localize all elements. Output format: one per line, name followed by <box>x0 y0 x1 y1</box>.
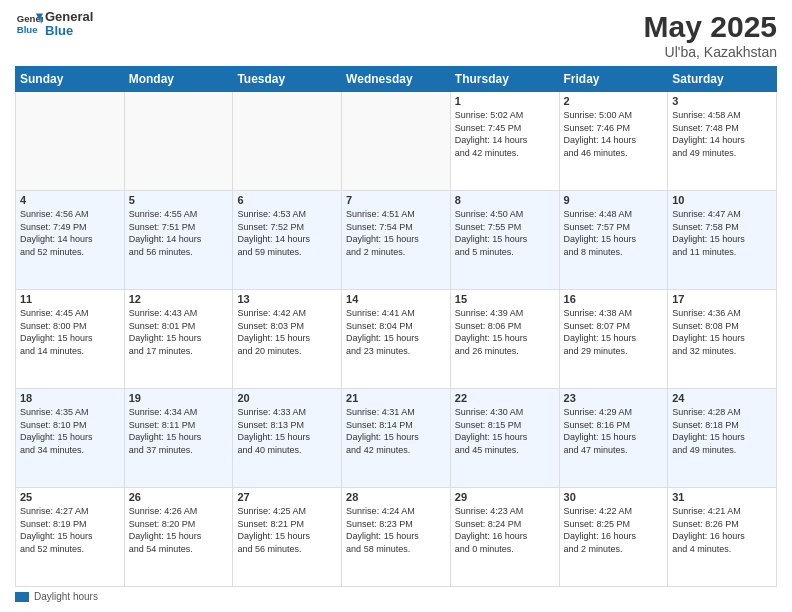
table-row: 5Sunrise: 4:55 AM Sunset: 7:51 PM Daylig… <box>124 191 233 290</box>
col-saturday: Saturday <box>668 67 777 92</box>
calendar-week-row: 18Sunrise: 4:35 AM Sunset: 8:10 PM Dayli… <box>16 389 777 488</box>
day-number: 31 <box>672 491 772 503</box>
day-info: Sunrise: 4:47 AM Sunset: 7:58 PM Dayligh… <box>672 208 772 258</box>
day-info: Sunrise: 4:33 AM Sunset: 8:13 PM Dayligh… <box>237 406 337 456</box>
table-row: 28Sunrise: 4:24 AM Sunset: 8:23 PM Dayli… <box>342 488 451 587</box>
day-number: 13 <box>237 293 337 305</box>
svg-text:Blue: Blue <box>17 24 38 35</box>
logo-general: General <box>45 10 93 24</box>
calendar-table: Sunday Monday Tuesday Wednesday Thursday… <box>15 66 777 587</box>
table-row <box>16 92 125 191</box>
col-friday: Friday <box>559 67 668 92</box>
day-info: Sunrise: 5:02 AM Sunset: 7:45 PM Dayligh… <box>455 109 555 159</box>
table-row <box>124 92 233 191</box>
table-row: 22Sunrise: 4:30 AM Sunset: 8:15 PM Dayli… <box>450 389 559 488</box>
day-info: Sunrise: 4:48 AM Sunset: 7:57 PM Dayligh… <box>564 208 664 258</box>
table-row: 10Sunrise: 4:47 AM Sunset: 7:58 PM Dayli… <box>668 191 777 290</box>
table-row: 31Sunrise: 4:21 AM Sunset: 8:26 PM Dayli… <box>668 488 777 587</box>
day-info: Sunrise: 4:28 AM Sunset: 8:18 PM Dayligh… <box>672 406 772 456</box>
table-row: 30Sunrise: 4:22 AM Sunset: 8:25 PM Dayli… <box>559 488 668 587</box>
table-row: 20Sunrise: 4:33 AM Sunset: 8:13 PM Dayli… <box>233 389 342 488</box>
day-number: 10 <box>672 194 772 206</box>
day-info: Sunrise: 4:41 AM Sunset: 8:04 PM Dayligh… <box>346 307 446 357</box>
calendar-week-row: 25Sunrise: 4:27 AM Sunset: 8:19 PM Dayli… <box>16 488 777 587</box>
day-info: Sunrise: 4:35 AM Sunset: 8:10 PM Dayligh… <box>20 406 120 456</box>
day-number: 20 <box>237 392 337 404</box>
table-row <box>342 92 451 191</box>
day-number: 24 <box>672 392 772 404</box>
day-info: Sunrise: 4:24 AM Sunset: 8:23 PM Dayligh… <box>346 505 446 555</box>
title-block: May 2025 Ul'ba, Kazakhstan <box>644 10 777 60</box>
day-number: 15 <box>455 293 555 305</box>
day-info: Sunrise: 4:45 AM Sunset: 8:00 PM Dayligh… <box>20 307 120 357</box>
col-sunday: Sunday <box>16 67 125 92</box>
day-info: Sunrise: 4:42 AM Sunset: 8:03 PM Dayligh… <box>237 307 337 357</box>
col-thursday: Thursday <box>450 67 559 92</box>
calendar-week-row: 4Sunrise: 4:56 AM Sunset: 7:49 PM Daylig… <box>16 191 777 290</box>
day-number: 18 <box>20 392 120 404</box>
table-row: 1Sunrise: 5:02 AM Sunset: 7:45 PM Daylig… <box>450 92 559 191</box>
day-number: 8 <box>455 194 555 206</box>
table-row: 27Sunrise: 4:25 AM Sunset: 8:21 PM Dayli… <box>233 488 342 587</box>
table-row: 12Sunrise: 4:43 AM Sunset: 8:01 PM Dayli… <box>124 290 233 389</box>
day-number: 29 <box>455 491 555 503</box>
table-row: 2Sunrise: 5:00 AM Sunset: 7:46 PM Daylig… <box>559 92 668 191</box>
table-row: 11Sunrise: 4:45 AM Sunset: 8:00 PM Dayli… <box>16 290 125 389</box>
footer: Daylight hours <box>15 591 777 602</box>
table-row: 16Sunrise: 4:38 AM Sunset: 8:07 PM Dayli… <box>559 290 668 389</box>
day-number: 6 <box>237 194 337 206</box>
day-info: Sunrise: 4:27 AM Sunset: 8:19 PM Dayligh… <box>20 505 120 555</box>
table-row: 25Sunrise: 4:27 AM Sunset: 8:19 PM Dayli… <box>16 488 125 587</box>
table-row: 26Sunrise: 4:26 AM Sunset: 8:20 PM Dayli… <box>124 488 233 587</box>
day-info: Sunrise: 4:50 AM Sunset: 7:55 PM Dayligh… <box>455 208 555 258</box>
day-number: 19 <box>129 392 229 404</box>
day-number: 4 <box>20 194 120 206</box>
logo-icon: General Blue <box>15 10 43 38</box>
table-row: 19Sunrise: 4:34 AM Sunset: 8:11 PM Dayli… <box>124 389 233 488</box>
day-info: Sunrise: 4:21 AM Sunset: 8:26 PM Dayligh… <box>672 505 772 555</box>
table-row: 3Sunrise: 4:58 AM Sunset: 7:48 PM Daylig… <box>668 92 777 191</box>
table-row: 23Sunrise: 4:29 AM Sunset: 8:16 PM Dayli… <box>559 389 668 488</box>
day-info: Sunrise: 4:39 AM Sunset: 8:06 PM Dayligh… <box>455 307 555 357</box>
day-number: 23 <box>564 392 664 404</box>
day-info: Sunrise: 4:53 AM Sunset: 7:52 PM Dayligh… <box>237 208 337 258</box>
location-title: Ul'ba, Kazakhstan <box>644 44 777 60</box>
day-number: 17 <box>672 293 772 305</box>
table-row: 18Sunrise: 4:35 AM Sunset: 8:10 PM Dayli… <box>16 389 125 488</box>
table-row: 6Sunrise: 4:53 AM Sunset: 7:52 PM Daylig… <box>233 191 342 290</box>
daylight-box <box>15 592 29 602</box>
day-number: 16 <box>564 293 664 305</box>
table-row: 29Sunrise: 4:23 AM Sunset: 8:24 PM Dayli… <box>450 488 559 587</box>
day-number: 21 <box>346 392 446 404</box>
day-number: 27 <box>237 491 337 503</box>
day-info: Sunrise: 4:30 AM Sunset: 8:15 PM Dayligh… <box>455 406 555 456</box>
day-number: 30 <box>564 491 664 503</box>
day-number: 22 <box>455 392 555 404</box>
calendar-week-row: 1Sunrise: 5:02 AM Sunset: 7:45 PM Daylig… <box>16 92 777 191</box>
calendar-header-row: Sunday Monday Tuesday Wednesday Thursday… <box>16 67 777 92</box>
day-info: Sunrise: 4:58 AM Sunset: 7:48 PM Dayligh… <box>672 109 772 159</box>
day-info: Sunrise: 4:36 AM Sunset: 8:08 PM Dayligh… <box>672 307 772 357</box>
day-info: Sunrise: 4:51 AM Sunset: 7:54 PM Dayligh… <box>346 208 446 258</box>
calendar-week-row: 11Sunrise: 4:45 AM Sunset: 8:00 PM Dayli… <box>16 290 777 389</box>
day-info: Sunrise: 5:00 AM Sunset: 7:46 PM Dayligh… <box>564 109 664 159</box>
table-row: 13Sunrise: 4:42 AM Sunset: 8:03 PM Dayli… <box>233 290 342 389</box>
day-number: 25 <box>20 491 120 503</box>
day-info: Sunrise: 4:25 AM Sunset: 8:21 PM Dayligh… <box>237 505 337 555</box>
day-number: 2 <box>564 95 664 107</box>
month-year-title: May 2025 <box>644 10 777 44</box>
table-row: 17Sunrise: 4:36 AM Sunset: 8:08 PM Dayli… <box>668 290 777 389</box>
table-row: 9Sunrise: 4:48 AM Sunset: 7:57 PM Daylig… <box>559 191 668 290</box>
day-number: 1 <box>455 95 555 107</box>
day-info: Sunrise: 4:43 AM Sunset: 8:01 PM Dayligh… <box>129 307 229 357</box>
day-number: 5 <box>129 194 229 206</box>
table-row: 14Sunrise: 4:41 AM Sunset: 8:04 PM Dayli… <box>342 290 451 389</box>
day-number: 3 <box>672 95 772 107</box>
day-info: Sunrise: 4:23 AM Sunset: 8:24 PM Dayligh… <box>455 505 555 555</box>
logo: General Blue General Blue <box>15 10 93 39</box>
table-row: 15Sunrise: 4:39 AM Sunset: 8:06 PM Dayli… <box>450 290 559 389</box>
day-info: Sunrise: 4:34 AM Sunset: 8:11 PM Dayligh… <box>129 406 229 456</box>
day-info: Sunrise: 4:38 AM Sunset: 8:07 PM Dayligh… <box>564 307 664 357</box>
day-info: Sunrise: 4:56 AM Sunset: 7:49 PM Dayligh… <box>20 208 120 258</box>
table-row: 24Sunrise: 4:28 AM Sunset: 8:18 PM Dayli… <box>668 389 777 488</box>
